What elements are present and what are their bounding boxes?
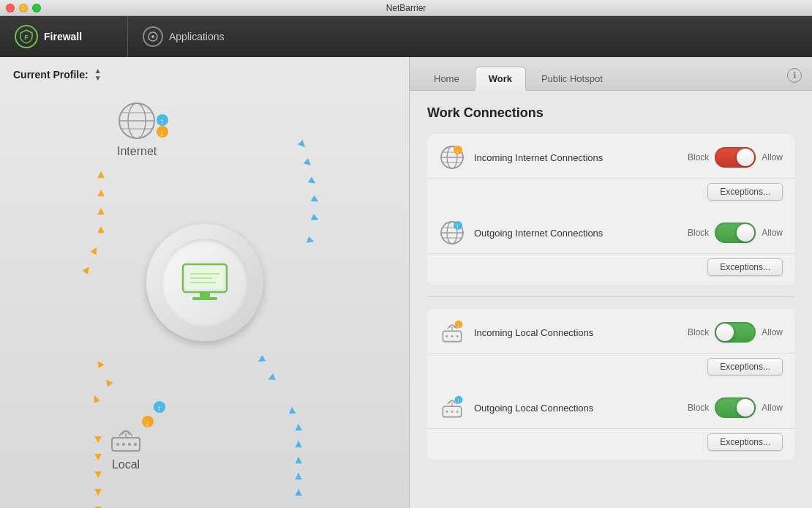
incoming-local-exceptions-btn[interactable]: Exceptions... xyxy=(707,358,783,376)
svg-point-2 xyxy=(151,35,154,38)
outgoing-local-toggle[interactable] xyxy=(715,397,756,418)
svg-text:▼: ▼ xyxy=(293,422,304,434)
outgoing-local-controls: Block Allow xyxy=(688,397,783,418)
incoming-local-toggle[interactable] xyxy=(715,322,756,343)
local-label: Local xyxy=(112,458,140,471)
toggle-thumb xyxy=(716,324,734,341)
right-panel: Home Work Public Hotspot ℹ Work Connecti… xyxy=(410,57,812,508)
window-controls xyxy=(6,4,41,12)
outgoing-internet-exceptions-btn[interactable]: Exceptions... xyxy=(707,258,783,276)
svg-text:▲: ▲ xyxy=(92,487,104,499)
allow-label-1: Allow xyxy=(762,152,783,163)
router-icon xyxy=(106,425,146,454)
outgoing-internet-icon: ↑ xyxy=(439,220,465,246)
svg-text:▼: ▼ xyxy=(253,351,270,367)
section-title: Work Connections xyxy=(427,105,794,121)
left-panel: Current Profile: ▲ ▼ Internet xyxy=(0,57,410,508)
computer-outer-ring xyxy=(146,224,263,341)
block-label-4: Block xyxy=(688,403,709,413)
outgoing-local-exceptions-row: Exceptions... xyxy=(427,429,794,460)
applications-icon xyxy=(143,26,163,47)
applications-nav-item[interactable]: Applications xyxy=(128,16,239,57)
toolbar: F Firewall Applications xyxy=(0,16,812,57)
svg-text:▼: ▼ xyxy=(264,370,280,386)
outgoing-internet-row: ↑ Outgoing Internet Connections Block Al… xyxy=(427,209,794,254)
svg-point-82 xyxy=(456,411,459,413)
right-content: Work Connections ↓ Incoming Inte xyxy=(410,91,812,508)
window-title: NetBarrier xyxy=(386,3,426,13)
internet-label: Internet xyxy=(117,145,157,158)
svg-point-10 xyxy=(122,443,125,446)
svg-text:▲: ▲ xyxy=(308,193,325,209)
content-area: Current Profile: ▲ ▼ Internet xyxy=(0,57,812,508)
allow-label-2: Allow xyxy=(762,228,783,238)
svg-text:▲: ▲ xyxy=(301,155,317,172)
svg-text:▲: ▲ xyxy=(92,469,104,482)
block-label-1: Block xyxy=(688,152,709,163)
outgoing-local-icon: ↑ xyxy=(439,395,465,421)
tab-work[interactable]: Work xyxy=(475,67,526,91)
svg-point-52 xyxy=(157,114,168,126)
profile-down-btn[interactable]: ▼ xyxy=(94,75,102,82)
svg-text:↓: ↓ xyxy=(159,128,164,138)
firewall-nav-item[interactable]: F Firewall xyxy=(0,16,128,57)
svg-text:↑: ↑ xyxy=(159,116,164,127)
svg-point-12 xyxy=(134,443,137,446)
svg-text:▼: ▼ xyxy=(95,187,107,200)
svg-text:▲: ▲ xyxy=(304,173,321,190)
firewall-label: Firewall xyxy=(44,31,82,42)
svg-text:▼: ▼ xyxy=(293,438,304,451)
svg-text:▼: ▼ xyxy=(91,356,108,373)
globe-icon xyxy=(117,101,157,141)
profile-stepper[interactable]: ▲ ▼ xyxy=(94,67,102,82)
incoming-local-controls: Block Allow xyxy=(688,322,783,343)
tab-home[interactable]: Home xyxy=(420,67,473,91)
current-profile: Current Profile: ▲ ▼ xyxy=(0,57,409,82)
close-button[interactable] xyxy=(6,4,15,12)
incoming-internet-label: Incoming Internet Connections xyxy=(474,152,679,163)
local-node: Local xyxy=(106,425,146,471)
internet-node: Internet xyxy=(117,101,157,158)
minimize-button[interactable] xyxy=(19,4,28,12)
applications-label: Applications xyxy=(169,31,225,42)
local-connections-section: ↓ Incoming Local Connections Block Allow… xyxy=(427,309,794,460)
incoming-local-icon: ↓ xyxy=(439,319,465,345)
tabs-bar: Home Work Public Hotspot ℹ xyxy=(410,57,812,91)
outgoing-internet-controls: Block Allow xyxy=(688,223,783,243)
block-label-3: Block xyxy=(688,327,709,337)
svg-text:▼: ▼ xyxy=(95,169,107,182)
internet-connections-section: ↓ Incoming Internet Connections Block Al… xyxy=(427,134,794,285)
outgoing-local-exceptions-btn[interactable]: Exceptions... xyxy=(707,433,783,451)
svg-point-9 xyxy=(116,443,119,446)
svg-text:↑: ↑ xyxy=(456,397,459,404)
incoming-internet-exceptions-btn[interactable]: Exceptions... xyxy=(707,183,783,201)
svg-text:F: F xyxy=(24,34,29,41)
svg-text:▼: ▼ xyxy=(86,242,102,259)
svg-text:↓: ↓ xyxy=(456,147,459,154)
toggle-thumb xyxy=(737,149,754,166)
tab-public-hotspot[interactable]: Public Hotspot xyxy=(527,67,617,91)
svg-text:▲: ▲ xyxy=(304,234,319,249)
svg-text:▲: ▲ xyxy=(295,137,312,154)
svg-text:▼: ▼ xyxy=(100,374,117,391)
svg-point-50 xyxy=(157,126,168,138)
maximize-button[interactable] xyxy=(32,4,41,12)
outgoing-local-label: Outgoing Local Connections xyxy=(474,403,679,414)
toggle-thumb xyxy=(737,224,754,242)
svg-text:↑: ↑ xyxy=(456,223,459,230)
incoming-internet-icon: ↓ xyxy=(439,144,465,171)
outgoing-internet-toggle[interactable] xyxy=(715,223,756,243)
outgoing-internet-exceptions-row: Exceptions... xyxy=(427,254,794,285)
computer-node xyxy=(146,224,263,341)
svg-text:▼: ▼ xyxy=(293,487,304,499)
info-button[interactable]: ℹ xyxy=(787,68,802,83)
incoming-internet-row: ↓ Incoming Internet Connections Block Al… xyxy=(427,134,794,179)
svg-text:▼: ▼ xyxy=(286,404,298,417)
incoming-internet-toggle[interactable] xyxy=(715,147,756,168)
svg-text:↓: ↓ xyxy=(456,322,459,329)
svg-rect-16 xyxy=(200,292,210,298)
svg-point-75 xyxy=(456,335,459,337)
outgoing-local-row: ↑ Outgoing Local Connections Block Allow xyxy=(427,384,794,429)
svg-text:▲: ▲ xyxy=(92,504,104,508)
svg-text:▼: ▼ xyxy=(293,455,304,467)
